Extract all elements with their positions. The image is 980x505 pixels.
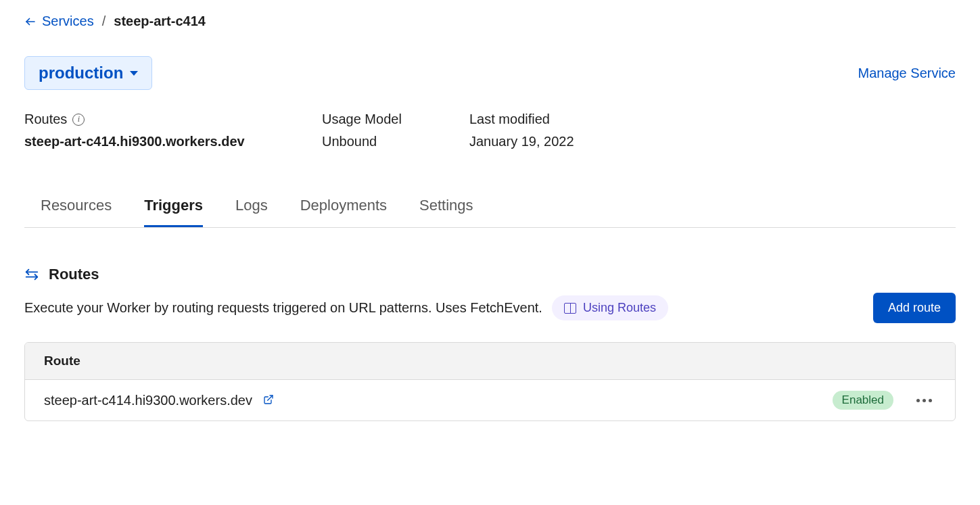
book-icon	[564, 303, 576, 314]
routes-table: Route steep-art-c414.hi9300.workers.dev …	[24, 342, 956, 421]
route-actions: Enabled	[833, 391, 936, 410]
breadcrumb-current: steep-art-c414	[114, 14, 206, 29]
chevron-down-icon	[130, 71, 138, 76]
tab-resources[interactable]: Resources	[41, 190, 112, 227]
routes-description: Execute your Worker by routing requests …	[24, 300, 542, 316]
routes-section: Routes Execute your Worker by routing re…	[24, 266, 956, 421]
arrow-left-icon	[24, 16, 37, 28]
swap-icon	[24, 267, 39, 282]
meta-routes-label: Routes	[24, 112, 67, 127]
tab-triggers[interactable]: Triggers	[144, 190, 203, 227]
table-row: steep-art-c414.hi9300.workers.dev Enable…	[25, 380, 955, 420]
svg-line-3	[268, 395, 273, 400]
using-routes-link[interactable]: Using Routes	[552, 295, 668, 320]
route-open-link[interactable]	[263, 393, 274, 408]
breadcrumb-separator: /	[102, 14, 106, 29]
status-badge: Enabled	[833, 391, 893, 410]
routes-title: Routes	[49, 266, 99, 283]
meta-routes-value: steep-art-c414.hi9300.workers.dev	[24, 134, 322, 149]
manage-service-link[interactable]: Manage Service	[858, 66, 956, 81]
routes-desc-row: Execute your Worker by routing requests …	[24, 293, 956, 323]
tab-logs[interactable]: Logs	[235, 190, 268, 227]
meta-routes-label-row: Routes i	[24, 112, 322, 127]
environment-dropdown[interactable]: production	[24, 56, 152, 90]
tab-deployments[interactable]: Deployments	[300, 190, 387, 227]
tab-settings[interactable]: Settings	[419, 190, 473, 227]
add-route-button[interactable]: Add route	[873, 293, 956, 323]
external-link-icon	[263, 394, 274, 405]
breadcrumb-back-link[interactable]: Services	[24, 14, 94, 29]
meta-usage-model: Usage Model Unbound	[322, 112, 469, 149]
tabs: Resources Triggers Logs Deployments Sett…	[24, 190, 956, 228]
routes-section-header: Routes	[24, 266, 956, 283]
more-menu-button[interactable]	[912, 395, 936, 406]
header-row: production Manage Service	[24, 56, 956, 90]
environment-label: production	[39, 64, 123, 82]
meta-last-modified-label: Last modified	[469, 112, 956, 127]
route-value: steep-art-c414.hi9300.workers.dev	[44, 393, 252, 408]
using-routes-label: Using Routes	[583, 301, 656, 315]
routes-desc-left: Execute your Worker by routing requests …	[24, 295, 668, 320]
meta-last-modified-value: January 19, 2022	[469, 134, 956, 149]
meta-usage-model-label: Usage Model	[322, 112, 469, 127]
meta-row: Routes i steep-art-c414.hi9300.workers.d…	[24, 112, 956, 149]
meta-routes: Routes i steep-art-c414.hi9300.workers.d…	[24, 112, 322, 149]
breadcrumb: Services / steep-art-c414	[24, 14, 956, 29]
breadcrumb-back-label: Services	[42, 14, 94, 29]
info-icon[interactable]: i	[72, 114, 85, 126]
meta-last-modified: Last modified January 19, 2022	[469, 112, 956, 149]
route-cell: steep-art-c414.hi9300.workers.dev	[44, 393, 274, 408]
dots-icon	[916, 399, 920, 402]
meta-usage-model-value: Unbound	[322, 134, 469, 149]
routes-table-header: Route	[25, 343, 955, 380]
